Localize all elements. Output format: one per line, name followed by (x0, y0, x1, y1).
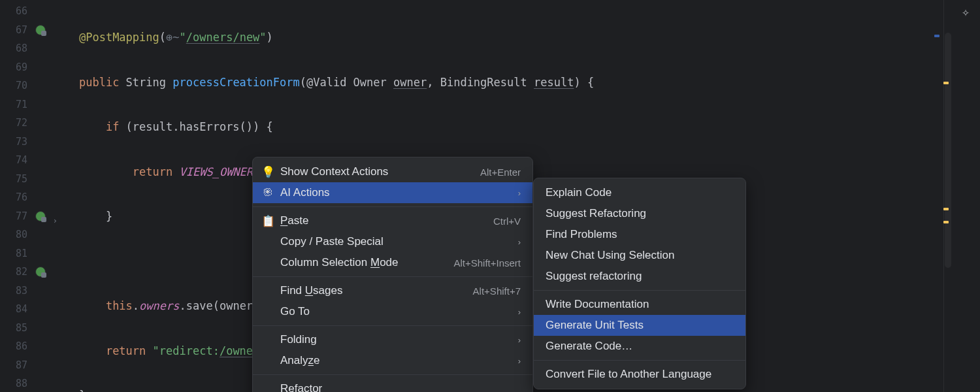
menu-item-generate-code[interactable]: Generate Code… (534, 336, 745, 357)
line-number: 72 (0, 114, 50, 133)
chevron-right-icon: › (518, 356, 521, 366)
code-line[interactable]: public String processCreationForm(@Valid… (50, 73, 980, 92)
menu-item-show-context-actions[interactable]: 💡 Show Context Actions Alt+Enter (253, 161, 532, 182)
menu-separator (534, 360, 745, 361)
line-number: 74 (0, 151, 50, 170)
code-line[interactable]: if (result.hasErrors()) { (50, 118, 980, 137)
menu-item-go-to[interactable]: Go To › (253, 301, 532, 322)
menu-item-column-selection-mode[interactable]: Column Selection Mode Alt+Shift+Insert (253, 252, 532, 273)
menu-item-write-documentation[interactable]: Write Documentation (534, 294, 745, 315)
scrollbar-thumb[interactable] (945, 33, 951, 268)
menu-separator (253, 325, 532, 326)
chevron-right-icon: › (518, 335, 521, 345)
marker[interactable] (943, 221, 949, 223)
menu-item-ai-actions[interactable]: ֎ AI Actions › (253, 182, 532, 203)
menu-item-find-problems[interactable]: Find Problems (534, 224, 745, 245)
bulb-icon: 💡 (262, 165, 274, 179)
menu-item-convert-file-to-another-language[interactable]: Convert File to Another Language (534, 364, 745, 385)
menu-item-analyze[interactable]: Analyze › (253, 350, 532, 371)
line-number: 77› (0, 207, 50, 226)
chevron-right-icon: › (518, 237, 521, 247)
line-number: 69 (0, 58, 50, 77)
line-number: 71 (0, 95, 50, 114)
line-number: 76 (0, 188, 50, 207)
menu-separator (253, 374, 532, 375)
line-number: 73 (0, 133, 50, 152)
web-mapping-icon[interactable] (35, 211, 46, 221)
line-number: 86 (0, 337, 50, 356)
line-number: 66 (0, 2, 50, 21)
web-mapping-icon[interactable] (35, 25, 46, 35)
line-number: 82 (0, 263, 50, 282)
globe-icon: ⊕~ (166, 31, 179, 44)
line-number: 80 (0, 225, 50, 244)
menu-item-explain-code[interactable]: Explain Code (534, 182, 745, 203)
menu-item-folding[interactable]: Folding › (253, 329, 532, 350)
menu-item-find-usages[interactable]: Find Usages Alt+Shift+7 (253, 280, 532, 301)
line-number: 83 (0, 282, 50, 301)
menu-item-refactor[interactable]: Refactor (253, 378, 532, 392)
menu-item-generate-unit-tests[interactable]: Generate Unit Tests (534, 315, 745, 336)
swirl-icon: ֎ (262, 186, 274, 199)
menu-separator (534, 290, 745, 291)
ai-actions-submenu: Explain Code Suggest Refactoring Find Pr… (533, 178, 746, 389)
line-number: 70 (0, 76, 50, 95)
ai-assistant-icon[interactable]: ✧ (962, 4, 970, 20)
paste-icon: 📋 (262, 214, 274, 228)
menu-item-new-chat-using-selection[interactable]: New Chat Using Selection (534, 245, 745, 266)
menu-item-copy-paste-special[interactable]: Copy / Paste Special › (253, 231, 532, 252)
context-menu: 💡 Show Context Actions Alt+Enter ֎ AI Ac… (252, 157, 533, 392)
marker[interactable] (934, 35, 939, 37)
line-number: 85 (0, 319, 50, 338)
gutter: 66 67 68 69 70 71 72 73 74 75 76 77› 80 … (0, 0, 50, 392)
right-gutter: ✧ (943, 0, 980, 392)
code-line[interactable]: @PostMapping(⊕~"/owners/new") (50, 28, 980, 47)
marker[interactable] (943, 82, 949, 84)
line-number: 84 (0, 300, 50, 319)
menu-separator (253, 206, 532, 207)
menu-item-suggest-refactoring[interactable]: Suggest Refactoring (534, 203, 745, 224)
line-number: 81 (0, 244, 50, 263)
menu-separator (253, 276, 532, 277)
line-number: 68 (0, 39, 50, 58)
line-number: 67 (0, 21, 50, 40)
menu-item-suggest-refactoring-2[interactable]: Suggest refactoring (534, 266, 745, 287)
chevron-right-icon: › (518, 307, 521, 317)
line-number: 75 (0, 170, 50, 189)
web-mapping-icon[interactable] (35, 267, 46, 277)
line-number: 88 (0, 374, 50, 392)
menu-item-paste[interactable]: 📋 Paste Ctrl+V (253, 210, 532, 231)
line-number: 87 (0, 356, 50, 375)
marker[interactable] (943, 208, 949, 210)
chevron-right-icon: › (518, 188, 521, 198)
